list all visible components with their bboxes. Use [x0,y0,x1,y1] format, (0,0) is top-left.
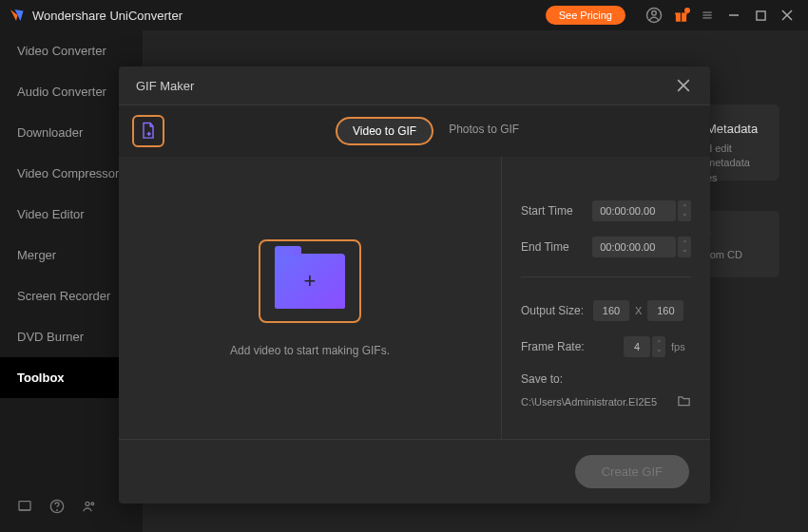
svg-rect-9 [756,10,764,19]
drop-text: Add video to start making GIFs. [230,344,390,357]
plus-icon: + [304,269,317,294]
help-icon[interactable] [49,499,65,517]
settings-panel: Start Time End Time Output Size: X Frame… [501,157,710,439]
close-window-icon[interactable] [774,2,800,28]
end-time-label: End Time [521,240,592,254]
tab-photos-to-gif[interactable]: Photos to GIF [433,117,534,145]
frame-rate-input[interactable] [624,336,650,357]
card-title: r [706,228,762,242]
svg-rect-12 [19,502,30,510]
svg-rect-4 [680,11,681,22]
end-time-spinner[interactable] [678,237,691,257]
output-width-input[interactable] [593,300,629,321]
create-gif-button[interactable]: Create GIF [575,455,689,488]
maximize-icon[interactable] [747,2,774,28]
svg-point-15 [57,510,58,511]
fps-unit: fps [671,341,685,352]
start-time-label: Start Time [521,204,592,218]
svg-point-1 [652,11,657,16]
start-time-input[interactable] [592,200,676,221]
minimize-icon[interactable] [721,2,747,28]
titlebar: Wondershare UniConverter See Pricing [0,0,808,30]
svg-point-16 [86,502,89,505]
frame-rate-spinner[interactable] [652,336,665,357]
tab-video-to-gif[interactable]: Video to GIF [336,117,433,145]
tutorial-icon[interactable] [17,499,32,517]
card-sub: rom CD [706,248,762,262]
folder-icon: + [275,254,345,309]
add-file-button[interactable] [132,115,164,147]
see-pricing-button[interactable]: See Pricing [546,6,625,25]
save-path-field[interactable]: C:\Users\Administrator.EI2E5 [521,396,669,408]
x-separator: X [635,305,642,316]
modal-title: GIF Maker [136,79,674,93]
app-logo-icon [8,7,25,24]
output-height-input[interactable] [647,300,683,321]
save-to-label: Save to: [521,372,691,386]
card-sub: d edit metadata es [706,142,762,185]
close-icon[interactable] [674,76,693,95]
group-icon[interactable] [82,499,97,517]
drop-target[interactable]: + [259,239,361,323]
drop-area[interactable]: + Add video to start making GIFs. [119,157,501,439]
menu-icon[interactable] [694,2,721,28]
gif-maker-modal: GIF Maker Video to GIF Photos to GIF + A… [119,66,710,504]
frame-rate-label: Frame Rate: [521,340,593,353]
end-time-input[interactable] [592,237,676,257]
start-time-spinner[interactable] [678,200,691,221]
add-document-icon [140,122,157,141]
gift-icon[interactable] [667,2,694,28]
card-title: Metadata [706,122,762,136]
open-folder-icon[interactable] [677,393,691,410]
app-title: Wondershare UniConverter [32,9,546,23]
output-size-label: Output Size: [521,304,593,317]
svg-point-17 [91,503,94,505]
account-icon[interactable] [641,2,667,28]
sidebar-item-video-converter[interactable]: Video Converter [0,30,143,71]
